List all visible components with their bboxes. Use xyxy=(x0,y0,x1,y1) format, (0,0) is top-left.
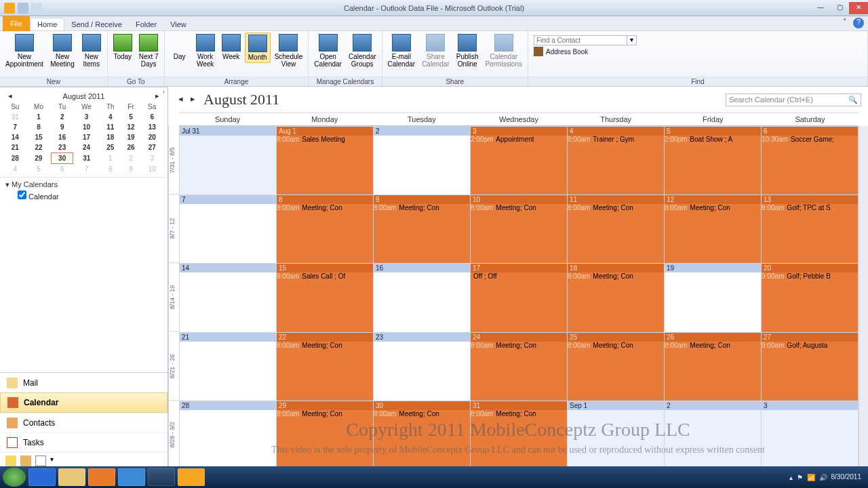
minical-day[interactable]: 27 xyxy=(141,142,163,153)
shortcuts-icon[interactable] xyxy=(35,455,46,466)
calendar-day[interactable]: 279:00amGolf; Augusta xyxy=(761,333,858,401)
taskbar[interactable]: ▴ ⚑ 📶 🔊 8/30/2011 xyxy=(0,466,868,488)
calendar-event[interactable]: 2:00pmBoat Show ; A xyxy=(665,136,761,143)
minical-day[interactable]: 3 xyxy=(73,112,100,122)
qat-undo-icon[interactable] xyxy=(31,3,42,14)
minical-day[interactable]: 14 xyxy=(4,132,26,142)
ribbon-minimize-icon[interactable]: ˅ xyxy=(840,18,850,28)
tray-clock[interactable]: 8/30/2011 xyxy=(831,474,862,481)
tab-folder[interactable]: Folder xyxy=(129,18,163,30)
calendar-day[interactable]: 98:00amMeeting; Con xyxy=(373,195,470,263)
publish-online-button[interactable]: Publish Online xyxy=(454,33,481,69)
minical-day[interactable]: 10 xyxy=(73,122,100,132)
minical-day[interactable]: 13 xyxy=(141,122,163,132)
minical-day[interactable]: 1 xyxy=(100,153,121,164)
minical-day[interactable]: 15 xyxy=(26,132,52,142)
calendar-day[interactable]: 16 xyxy=(373,264,470,331)
minical-day[interactable]: 10 xyxy=(141,164,163,175)
minical-day[interactable]: 4 xyxy=(100,112,121,122)
mini-calendar[interactable]: ◂ August 2011 ▸ SuMoTuWeThFrSa3112345678… xyxy=(0,87,167,177)
minical-day[interactable]: 11 xyxy=(100,122,121,132)
calendar-day[interactable]: 2 xyxy=(664,401,761,469)
taskbar-outlook[interactable] xyxy=(178,468,205,486)
search-calendar-input[interactable]: Search Calendar (Ctrl+E) 🔍 xyxy=(726,94,861,106)
calendar-day[interactable]: 23 xyxy=(373,333,470,401)
calendar-day[interactable]: 19 xyxy=(664,264,761,331)
calendar-day[interactable]: 268:00amMeeting; Con xyxy=(664,333,761,401)
minical-day[interactable]: 22 xyxy=(26,142,52,153)
nav-tasks[interactable]: Tasks xyxy=(0,432,167,452)
day-view-button[interactable]: Day xyxy=(167,33,192,62)
minical-day[interactable]: 21 xyxy=(4,142,26,153)
calendar-day[interactable]: 139:00amGolf; TPC at S xyxy=(761,195,858,263)
calendar-event[interactable]: Off ; Off xyxy=(471,272,567,280)
calendar-day[interactable]: 298:00amMeeting; Con xyxy=(276,401,373,469)
open-calendar-button[interactable]: Open Calendar xyxy=(311,33,344,69)
calendar-day[interactable]: 32:00pmAppointment xyxy=(470,127,567,195)
calendar-day[interactable]: 88:00amMeeting; Con xyxy=(276,195,373,263)
minical-day[interactable]: 30 xyxy=(52,153,73,164)
calendar-day[interactable]: 308:00amMeeting; Con xyxy=(373,401,470,469)
month-view-button[interactable]: Month xyxy=(245,33,271,63)
file-tab[interactable]: File xyxy=(3,16,30,31)
today-button[interactable]: Today xyxy=(111,33,135,62)
tray-volume-icon[interactable]: 🔊 xyxy=(819,474,827,481)
calendar-day[interactable]: 248:00amMeeting; Con xyxy=(470,333,567,401)
minical-day[interactable]: 17 xyxy=(73,132,100,142)
close-button[interactable]: ✕ xyxy=(849,2,868,14)
minical-day[interactable]: 2 xyxy=(52,112,73,122)
calendar-event[interactable]: 8:00amMeeting; Con xyxy=(277,342,373,349)
taskbar-explorer[interactable] xyxy=(58,468,85,486)
calendar-event[interactable]: 8:00amMeeting; Con xyxy=(277,204,373,211)
calendar-event[interactable]: 8:00amMeeting; Con xyxy=(471,410,567,418)
calendar-day[interactable]: 610:30amSoccer Game; xyxy=(761,127,858,195)
tab-send-receive[interactable]: Send / Receive xyxy=(64,18,129,30)
calendar-event[interactable]: 8:00amMeeting; Con xyxy=(374,204,470,211)
qat-save-icon[interactable] xyxy=(18,3,28,14)
find-contact-input[interactable] xyxy=(534,35,627,45)
nav-options-icon[interactable]: ▾ xyxy=(50,455,61,466)
next-month-icon[interactable]: ▸ xyxy=(187,94,198,105)
minimize-button[interactable]: — xyxy=(811,2,830,14)
search-icon[interactable]: 🔍 xyxy=(848,96,858,104)
calendar-event[interactable]: 8:00amMeeting; Con xyxy=(568,272,664,280)
minical-day[interactable]: 29 xyxy=(26,153,52,164)
calendar-event[interactable]: 8:00amMeeting; Con xyxy=(471,342,567,349)
calendar-event[interactable]: 9:00amSales Call ; Of xyxy=(277,272,373,280)
address-book-button[interactable]: Address Book xyxy=(534,47,637,56)
calendar-event[interactable]: 2:00pmAppointment xyxy=(471,136,567,143)
calendar-day[interactable]: 128:00amMeeting; Con xyxy=(664,195,761,263)
calendar-day[interactable]: 28 xyxy=(179,401,276,469)
calendar-event[interactable]: 8:00amSales Meeting xyxy=(277,136,373,143)
next-7-days-button[interactable]: Next 7 Days xyxy=(136,33,161,69)
taskbar-ie[interactable] xyxy=(28,468,56,486)
taskbar-browser[interactable] xyxy=(118,468,145,486)
calendar-groups-button[interactable]: Calendar Groups xyxy=(346,33,379,69)
folder-list-icon[interactable] xyxy=(20,455,31,466)
minical-day[interactable]: 16 xyxy=(52,132,73,142)
calendar-day[interactable]: 159:00amSales Call ; Of xyxy=(276,264,373,331)
tab-view[interactable]: View xyxy=(163,18,193,30)
new-meeting-button[interactable]: New Meeting xyxy=(47,33,77,69)
calendar-day[interactable]: 209:00amGolf; Pebble B xyxy=(761,264,858,331)
calendar-day[interactable]: 52:00pmBoat Show ; A xyxy=(664,127,761,195)
calendar-checkbox[interactable] xyxy=(18,190,26,199)
calendar-day[interactable]: 318:00amMeeting; Con xyxy=(470,401,567,469)
calendar-day[interactable]: 2 xyxy=(373,127,470,195)
calendar-day[interactable]: 3 xyxy=(761,401,858,469)
calendar-day[interactable]: 7 xyxy=(179,195,276,263)
calendar-event[interactable]: 8:00amMeeting; Con xyxy=(471,204,567,211)
email-calendar-button[interactable]: E-mail Calendar xyxy=(385,33,418,69)
tray-network-icon[interactable]: 📶 xyxy=(807,474,815,481)
minical-day[interactable]: 9 xyxy=(121,164,141,175)
prev-month-icon[interactable]: ◂ xyxy=(175,94,186,105)
calendar-day[interactable]: 118:00amMeeting; Con xyxy=(567,195,664,263)
minical-day[interactable]: 6 xyxy=(52,164,73,175)
minical-day[interactable]: 24 xyxy=(73,142,100,153)
calendar-permissions-button[interactable]: Calendar Permissions xyxy=(483,33,525,69)
new-appointment-button[interactable]: New Appointment xyxy=(3,33,46,69)
minical-day[interactable]: 6 xyxy=(141,112,163,122)
taskbar-media[interactable] xyxy=(88,468,115,486)
calendar-day[interactable]: Aug 18:00amSales Meeting xyxy=(276,127,373,195)
minical-day[interactable]: 7 xyxy=(73,164,100,175)
